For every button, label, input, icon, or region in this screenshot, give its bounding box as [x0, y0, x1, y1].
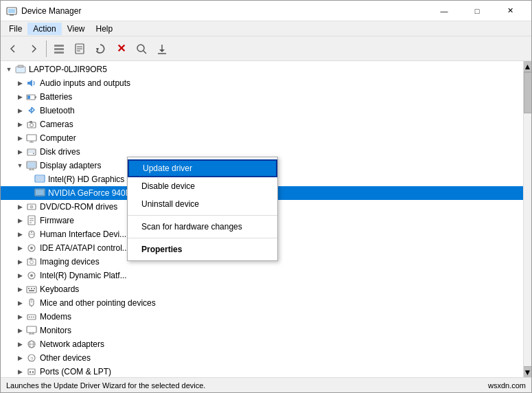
hid-expand-icon: ▶ [14, 229, 25, 240]
ctx-properties[interactable]: Properties [128, 240, 277, 258]
svg-marker-18 [27, 80, 32, 87]
menu-view[interactable]: View [62, 23, 91, 35]
svg-point-54 [30, 260, 34, 264]
ctx-separator-2 [128, 238, 277, 238]
svg-rect-17 [18, 65, 23, 67]
maximize-button[interactable]: □ [461, 1, 493, 21]
svg-rect-25 [27, 135, 36, 141]
tree-item-cameras[interactable]: ▶ Cameras [1, 117, 523, 131]
batteries-label: Batteries [40, 92, 72, 102]
svg-point-66 [29, 317, 30, 318]
ctx-disable-device[interactable]: Disable device [128, 177, 277, 195]
cameras-expand-icon: ▶ [14, 119, 25, 130]
dvd-expand-icon: ▶ [14, 201, 25, 212]
cameras-label: Cameras [40, 120, 73, 129]
svg-point-67 [31, 317, 32, 318]
minimize-button[interactable]: — [428, 1, 460, 21]
update-button[interactable] [91, 39, 110, 58]
svg-point-51 [30, 247, 33, 249]
svg-point-49 [31, 232, 32, 233]
menu-bar: File Action View Help [1, 21, 531, 36]
title-bar: Device Manager — □ ✕ [1, 1, 531, 21]
network-expand-icon: ▶ [14, 339, 25, 350]
ports-label: Ports (COM & LPT) [40, 367, 111, 377]
status-right: wsxdn.com [488, 381, 526, 390]
tree-item-mice[interactable]: ▶ Mice and other pointing devices [1, 296, 523, 310]
close-button[interactable]: ✕ [494, 1, 526, 21]
tree-item-batteries[interactable]: ▶ Batteries [1, 90, 523, 104]
svg-text:?: ? [30, 356, 34, 362]
tree-item-ports[interactable]: ▶ Ports (COM & LPT) [1, 365, 523, 377]
audio-expand-icon: ▶ [14, 78, 25, 89]
uninstall-button[interactable]: ✕ [111, 39, 130, 58]
download-button[interactable] [152, 39, 172, 58]
tree-item-monitors[interactable]: ▶ Monitors [1, 324, 523, 337]
context-menu: Update driver Disable device Uninstall d… [127, 157, 278, 261]
svg-rect-4 [54, 48, 64, 50]
show-hide-button[interactable] [49, 39, 69, 58]
ctx-update-driver[interactable]: Update driver [128, 159, 277, 177]
svg-rect-39 [36, 190, 44, 195]
dvd-label: DVD/CD-ROM drives [40, 202, 117, 212]
monitors-label: Monitors [40, 326, 71, 335]
svg-rect-60 [34, 288, 35, 289]
hid-icon [25, 228, 38, 240]
computer-icon [25, 132, 38, 144]
intel-hd-expand-icon [28, 174, 34, 185]
svg-point-42 [31, 206, 32, 207]
audio-label: Audio inputs and outputs [40, 78, 130, 88]
monitors-icon [25, 324, 38, 337]
device-manager-window: Device Manager — □ ✕ File Action View He… [0, 0, 532, 393]
svg-rect-58 [28, 288, 30, 289]
root-expand-icon: ▼ [3, 64, 14, 75]
svg-rect-78 [28, 369, 35, 374]
menu-file[interactable]: File [3, 23, 27, 35]
svg-rect-37 [36, 176, 44, 181]
dvd-icon [25, 201, 38, 213]
ctx-scan-changes[interactable]: Scan for hardware changes [128, 218, 277, 236]
scrollbar[interactable]: ▲ ▼ [523, 61, 531, 377]
ports-icon [25, 366, 38, 377]
imaging-label: Imaging devices [40, 257, 100, 267]
root-label: LAPTOP-0LJIR9OR5 [29, 65, 107, 74]
forward-button[interactable] [24, 39, 43, 58]
svg-rect-20 [27, 96, 30, 99]
tree-item-network[interactable]: ▶ Network adapters [1, 337, 523, 351]
scan-button[interactable] [132, 39, 151, 58]
tree-item-modems[interactable]: ▶ Modems [1, 310, 523, 324]
tree-item-bluetooth[interactable]: ▶ Bluetooth [1, 104, 523, 117]
tree-item-keyboards[interactable]: ▶ Keyboards [1, 282, 523, 296]
svg-rect-69 [27, 326, 36, 333]
properties-button[interactable] [70, 39, 89, 58]
mice-expand-icon: ▶ [14, 297, 25, 308]
other-label: Other devices [40, 353, 91, 363]
status-bar: Launches the Update Driver Wizard for th… [1, 377, 531, 392]
menu-action[interactable]: Action [27, 23, 61, 35]
intel-plat-icon [25, 269, 38, 282]
svg-rect-53 [30, 258, 32, 260]
svg-rect-80 [32, 371, 34, 373]
disk-expand-icon: ▶ [14, 146, 25, 157]
svg-rect-21 [35, 96, 36, 98]
tree-item-other[interactable]: ▶ ? Other devices [1, 351, 523, 365]
mice-icon [25, 297, 38, 309]
svg-point-11 [137, 45, 144, 52]
svg-rect-79 [30, 371, 31, 373]
toolbar: ✕ [1, 36, 531, 61]
svg-point-30 [33, 153, 34, 155]
ctx-uninstall-device[interactable]: Uninstall device [128, 195, 277, 213]
tree-root[interactable]: ▼ LAPTOP-0LJIR9OR5 [1, 63, 523, 76]
menu-help[interactable]: Help [91, 23, 119, 35]
modems-icon [25, 311, 38, 323]
tree-item-intel-plat[interactable]: ▶ Intel(R) Dynamic Platf... [1, 269, 523, 282]
bluetooth-label: Bluetooth [40, 106, 75, 115]
display-icon [25, 159, 38, 172]
window-controls: — □ ✕ [428, 1, 526, 21]
back-button[interactable] [3, 39, 23, 58]
tree-item-audio[interactable]: ▶ Audio inputs and outputs [1, 76, 523, 90]
tree-item-computer[interactable]: ▶ Computer [1, 131, 523, 145]
window-title: Device Manager [21, 6, 428, 16]
svg-rect-24 [30, 121, 32, 123]
modems-expand-icon: ▶ [14, 311, 25, 322]
imaging-icon [25, 256, 38, 268]
